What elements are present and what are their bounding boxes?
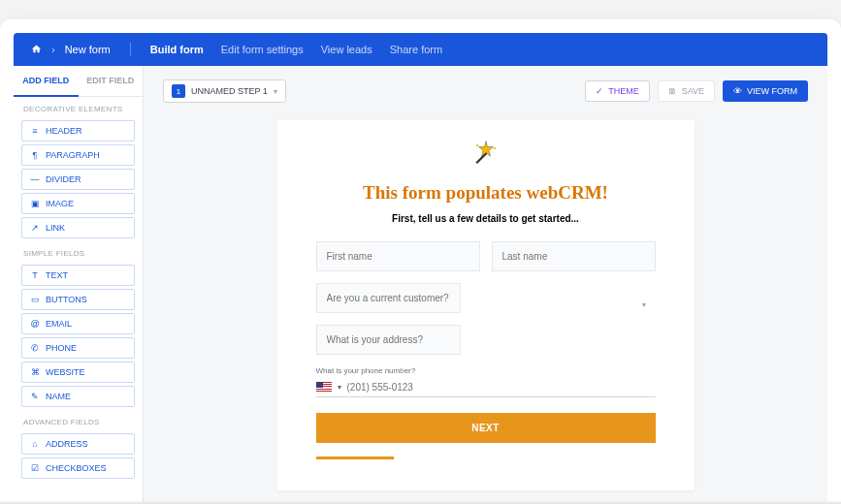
- chevron-right-icon: ›: [51, 44, 55, 55]
- field-text[interactable]: TTEXT: [21, 265, 135, 286]
- address-icon: ⌂: [30, 439, 40, 449]
- magic-wand-icon: [316, 140, 656, 173]
- section-decorative: DECORATIVE ELEMENTS: [14, 97, 143, 117]
- field-address[interactable]: ⌂ADDRESS: [21, 433, 135, 455]
- field-checkboxes[interactable]: ☑CHECKBOXES: [21, 457, 135, 479]
- customer-select[interactable]: [316, 283, 461, 313]
- step-label: UNNAMED STEP 1: [191, 86, 268, 96]
- checkbox-icon: ☑: [30, 463, 40, 473]
- field-image[interactable]: ▣IMAGE: [21, 193, 135, 214]
- field-phone[interactable]: ✆PHONE: [21, 337, 135, 359]
- form-subtitle: First, tell us a few details to get star…: [316, 213, 656, 224]
- breadcrumb: › New form: [31, 44, 111, 56]
- chevron-down-icon[interactable]: ▾: [338, 383, 341, 392]
- eye-icon: 👁: [733, 86, 742, 96]
- nav-edit-settings[interactable]: Edit form settings: [221, 44, 304, 55]
- address-input[interactable]: [316, 325, 461, 355]
- sidebar: ADD FIELD EDIT FIELD DECORATIVE ELEMENTS…: [14, 66, 144, 504]
- phone-field: ▾: [316, 378, 656, 397]
- home-icon[interactable]: [31, 44, 42, 56]
- phone-label: What is your phone number?: [316, 366, 656, 375]
- form-title: This form populates webCRM!: [316, 182, 656, 204]
- name-icon: ✎: [30, 392, 40, 401]
- field-email[interactable]: @EMAIL: [21, 313, 135, 334]
- svg-point-2: [475, 144, 477, 146]
- field-name[interactable]: ✎NAME: [21, 386, 135, 407]
- paragraph-icon: ¶: [30, 150, 40, 160]
- field-paragraph[interactable]: ¶PARAGRAPH: [21, 144, 135, 166]
- step-number: 1: [172, 84, 185, 98]
- phone-icon: ✆: [30, 343, 40, 353]
- tab-add-field[interactable]: ADD FIELD: [14, 66, 79, 97]
- nav-build-form[interactable]: Build form: [150, 44, 204, 55]
- website-icon: ⌘: [30, 367, 40, 377]
- field-header[interactable]: ≡HEADER: [21, 120, 135, 142]
- breadcrumb-current: New form: [65, 44, 111, 55]
- canvas: 1 UNNAMED STEP 1 ▾ ✓THEME 🗎SAVE 👁VIEW FO…: [144, 66, 827, 504]
- save-icon: 🗎: [668, 86, 677, 96]
- field-link[interactable]: ↗LINK: [21, 217, 135, 238]
- topbar: › New form Build form Edit form settings…: [14, 33, 827, 66]
- save-button[interactable]: 🗎SAVE: [658, 80, 715, 102]
- section-simple: SIMPLE FIELDS: [14, 241, 143, 262]
- view-form-button[interactable]: 👁VIEW FORM: [723, 80, 808, 102]
- step-selector[interactable]: 1 UNNAMED STEP 1 ▾: [163, 79, 286, 103]
- header-icon: ≡: [30, 126, 40, 136]
- svg-point-3: [493, 147, 495, 149]
- phone-input[interactable]: [347, 382, 656, 393]
- nav-view-leads[interactable]: View leads: [321, 44, 372, 55]
- image-icon: ▣: [30, 199, 40, 208]
- top-nav: Build form Edit form settings View leads…: [150, 44, 442, 55]
- field-divider[interactable]: —DIVIDER: [21, 169, 135, 190]
- buttons-icon: ▭: [30, 295, 40, 304]
- wand-icon: ✓: [596, 86, 603, 96]
- last-name-input[interactable]: [492, 241, 656, 271]
- nav-share-form[interactable]: Share form: [390, 44, 442, 55]
- svg-rect-0: [475, 152, 487, 164]
- theme-button[interactable]: ✓THEME: [585, 80, 650, 102]
- separator: [130, 43, 131, 56]
- form-preview: This form populates webCRM! First, tell …: [277, 120, 695, 490]
- progress-bar: [316, 457, 394, 459]
- email-icon: @: [30, 319, 40, 329]
- field-website[interactable]: ⌘WEBSITE: [21, 362, 135, 383]
- tab-edit-field[interactable]: EDIT FIELD: [79, 66, 144, 96]
- us-flag-icon[interactable]: [316, 382, 332, 393]
- laptop-frame: › New form Build form Edit form settings…: [0, 19, 841, 504]
- text-icon: T: [30, 270, 40, 280]
- first-name-input[interactable]: [316, 241, 480, 271]
- next-button[interactable]: NEXT: [316, 413, 656, 443]
- field-buttons[interactable]: ▭BUTTONS: [21, 289, 135, 310]
- section-advanced: ADVANCED FIELDS: [14, 410, 143, 430]
- chevron-down-icon: ▾: [274, 87, 277, 96]
- link-icon: ↗: [30, 223, 40, 233]
- divider-icon: —: [30, 174, 40, 184]
